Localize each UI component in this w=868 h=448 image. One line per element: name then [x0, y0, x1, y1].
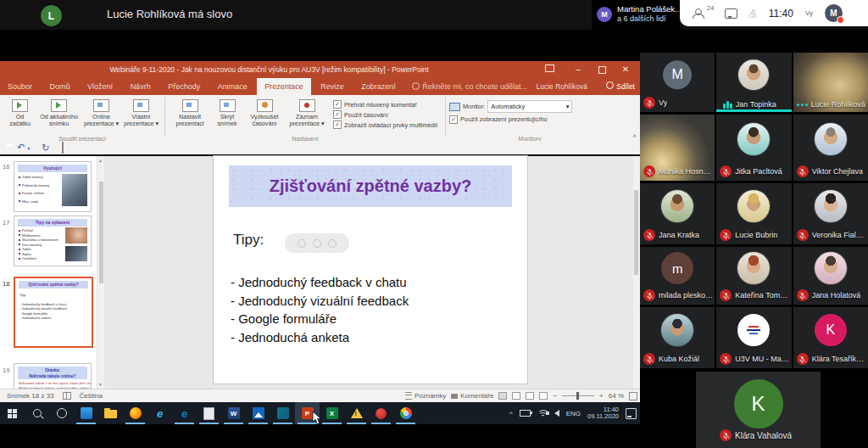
search-button[interactable] [25, 402, 49, 424]
account-name[interactable]: Lucie Rohlíková [537, 78, 587, 95]
taskbar-app-word[interactable]: W [221, 402, 246, 424]
zoom-out-button[interactable]: − [553, 392, 557, 400]
slide-19-thumbnail[interactable]: Otázka:Náhrada tabule online? Nahrazení … [14, 363, 92, 389]
start-button[interactable] [0, 402, 25, 424]
participant-tile-klara-tesarikova[interactable]: K Klára Tesaříková [793, 307, 868, 368]
slideshow-view-button[interactable] [539, 392, 548, 400]
participant-tile-viktor[interactable]: Viktor Chejlava [793, 115, 868, 181]
checkbox-use-timings[interactable]: ✓Použít časování [333, 109, 437, 120]
taskbar-app-chrome[interactable] [393, 402, 418, 424]
language-indicator[interactable]: Čeština [80, 389, 103, 402]
present-online-button[interactable]: Online prezentace ▾ [81, 97, 121, 128]
meet-floating-controls-overlay[interactable] [285, 233, 349, 253]
slide-16-thumbnail[interactable]: Vyučující Záběr kamery Pohled do kamery … [14, 161, 92, 212]
notes-button[interactable]: Poznámky [405, 392, 446, 400]
hide-slide-button[interactable]: Skrýt snímek [211, 97, 243, 128]
slide-17-thumbnail[interactable]: Tipy na vybavení Počítač Webkamera Sluch… [14, 216, 92, 266]
participant-tile-lucie-rohlikova[interactable]: Lucie Rohlíková [793, 53, 868, 112]
checkbox-show-media-controls[interactable]: ✓Zobrazit ovládací prvky multimédií [333, 120, 437, 130]
checkbox-presenter-view[interactable]: ✓ Použít zobrazení prezentujícího [449, 113, 610, 126]
chat-icon[interactable] [725, 8, 737, 19]
tab-prezentace-active[interactable]: Prezentace [257, 78, 311, 95]
participant-tile-milada[interactable]: m milada pleskot... [640, 247, 715, 305]
scroll-up-icon[interactable]: ▲ [98, 158, 103, 163]
ribbon-display-options-button[interactable] [540, 61, 559, 78]
restore-button[interactable] [593, 61, 611, 78]
participant-tile-jitka[interactable]: Jitka Pacltová [716, 115, 791, 181]
activities-icon[interactable]: △ □○ [749, 8, 756, 19]
tab-domu[interactable]: Domů [42, 78, 78, 95]
participant-tile-jana-kratka[interactable]: Jana Kratka [640, 183, 715, 244]
comments-button[interactable]: Komentáře [451, 392, 493, 400]
rehearse-timings-button[interactable]: Vyzkoušet časování [243, 97, 286, 128]
zoom-level[interactable]: 64 % [609, 392, 624, 400]
record-slideshow-button[interactable]: Záznam prezentace ▾ [286, 97, 328, 128]
collapse-ribbon-button[interactable]: ˄ [632, 132, 637, 140]
scrollbar-thumb[interactable] [634, 190, 638, 275]
taskbar-app-edge[interactable]: e [172, 402, 197, 424]
taskbar-app-firefox[interactable] [123, 402, 147, 424]
normal-view-button[interactable] [498, 392, 507, 400]
editor-scrollbar[interactable] [633, 156, 640, 389]
volume-icon[interactable] [554, 410, 559, 417]
slide-18-thumbnail-selected[interactable]: Zjišťování zpětné vazby? Tipy - Jednoduc… [14, 277, 93, 348]
from-beginning-button[interactable]: Od začátku [3, 97, 36, 128]
participant-tile-kuba[interactable]: Kuba Kožiál [640, 307, 715, 368]
spellcheck-icon[interactable] [63, 392, 71, 400]
checkbox-play-narrations[interactable]: ✓Přehrát mluvený komentář [333, 99, 437, 109]
undo-button[interactable]: ↶ ▾ [17, 141, 30, 154]
scrollbar-thumb[interactable] [99, 182, 103, 283]
taskbar-app-internet-explorer[interactable]: e [147, 402, 172, 424]
fit-to-window-icon[interactable] [629, 392, 637, 400]
tab-vlozeni[interactable]: Vložení [80, 78, 120, 95]
participant-tile-jana-holatova[interactable]: Jana Holatová [793, 247, 868, 305]
file-explorer-button[interactable] [98, 402, 123, 424]
custom-show-button[interactable]: Vlastní prezentace ▾ [121, 97, 161, 128]
participant-tile-lucie-bubrin[interactable]: Lucie Bubrin [716, 183, 791, 244]
tray-expand-chevron[interactable]: ^ [509, 410, 513, 417]
tab-prechody[interactable]: Přechody [160, 78, 208, 95]
share-button[interactable]: Sdílet [606, 78, 635, 95]
participant-tile-monika[interactable]: Monika Hosned... [640, 115, 715, 181]
set-up-show-button[interactable]: Nastavit prezentaci [169, 97, 211, 128]
taskbar-app-image-viewer[interactable] [270, 402, 295, 424]
zoom-slider-thumb[interactable] [576, 392, 579, 400]
slide-canvas[interactable]: Zjišťování zpětné vazby? Tipy: - Jednodu… [214, 156, 527, 384]
tab-animace[interactable]: Animace [210, 78, 255, 95]
participant-tile-u3v-mu[interactable]: U3V MU - Mark... [716, 307, 791, 368]
action-center-icon[interactable] [626, 408, 637, 419]
minimize-button[interactable]: – [569, 61, 587, 78]
zoom-slider[interactable] [562, 395, 594, 396]
cortana-button[interactable] [49, 402, 74, 424]
tab-soubor[interactable]: Soubor [0, 78, 40, 95]
participants-button[interactable]: 24 [692, 8, 713, 19]
battery-icon[interactable] [520, 410, 531, 417]
taskbar-clock[interactable]: 11:4009.11.2020 [587, 406, 619, 421]
keyboard-language[interactable]: ENG [566, 410, 581, 417]
tab-revize[interactable]: Revize [313, 78, 352, 95]
taskbar-app-warning[interactable]: ! [344, 402, 369, 424]
redo-button[interactable]: ↻ [42, 142, 49, 154]
reading-view-button[interactable] [526, 392, 534, 400]
taskbar-app-meeting[interactable] [74, 402, 98, 424]
zoom-in-button[interactable]: + [599, 392, 604, 400]
participant-tile-katerina[interactable]: Kateřina Tomší... [716, 247, 791, 305]
taskbar-app-photos[interactable] [246, 402, 270, 424]
start-slideshow-button[interactable] [62, 142, 64, 154]
monitor-select[interactable]: Automaticky▾ [487, 100, 572, 113]
close-button[interactable]: ✕ [616, 61, 635, 78]
taskbar-app-red[interactable] [369, 402, 393, 424]
slide-sorter-view-button[interactable] [512, 392, 520, 400]
other-participants-chip[interactable]: M Martina Polášek... a 6 dalších lidí [592, 0, 680, 30]
participant-tile-veronika[interactable]: Veronika Fialová [793, 183, 868, 244]
participant-tile-klara-vahalova[interactable]: K Klára Vahalová [696, 372, 821, 448]
participant-tile-vy[interactable]: M Vy [640, 53, 715, 112]
tab-zobrazeni[interactable]: Zobrazení [353, 78, 403, 95]
from-current-slide-button[interactable]: Od aktuálního snímku [36, 97, 81, 128]
participant-tile-jan-topinka[interactable]: Jan Topinka [716, 53, 791, 112]
tell-me-box[interactable]: Řekněte mi, co chcete udělat... [412, 82, 527, 91]
taskbar-app-excel[interactable]: X [320, 402, 344, 424]
scroll-down-icon[interactable]: ▼ [98, 382, 103, 387]
tab-navrh[interactable]: Návrh [123, 78, 159, 95]
self-avatar[interactable]: M [825, 4, 843, 22]
